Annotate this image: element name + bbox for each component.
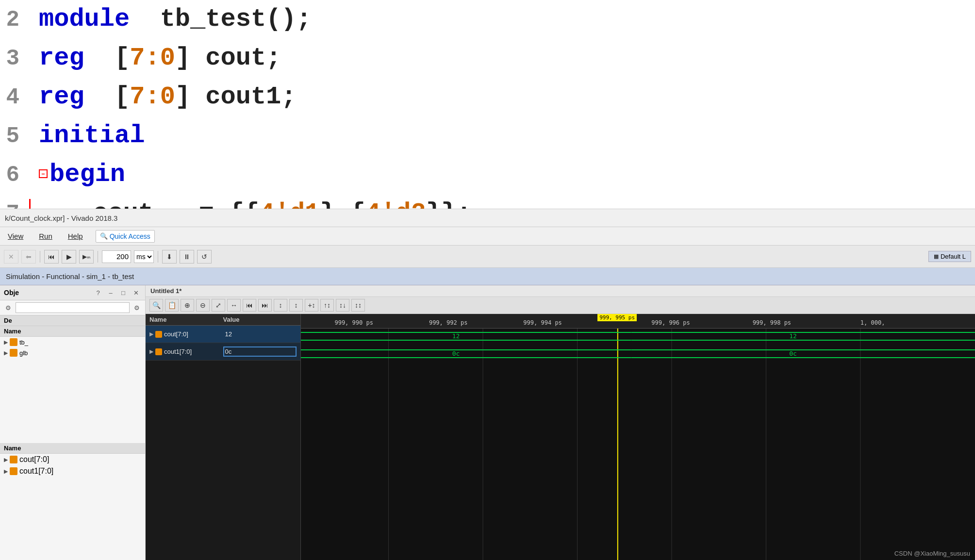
gear-icon[interactable]: ⚙ — [3, 302, 14, 313]
scope-col-headers: De — [0, 315, 145, 326]
svg-text:12: 12 — [789, 332, 797, 340]
line-content-3: reg [7:0] cout; — [29, 44, 281, 72]
toolbar-sep-1 — [40, 251, 40, 263]
toolbar-pause-btn[interactable]: ⏸ — [180, 250, 194, 264]
wave-start-btn[interactable]: ⏮ — [243, 299, 256, 312]
menu-view[interactable]: View — [5, 231, 26, 241]
signal-item-cout1[interactable]: ▶ cout1[7:0] — [0, 465, 145, 477]
scope-settings-icon[interactable]: ⚙ — [132, 302, 142, 313]
watermark-text: CSDN @XiaoMing_sususu — [894, 550, 970, 557]
toolbar-rewind-btn[interactable]: ⏮ — [44, 250, 59, 264]
wave-tab-title[interactable]: Untitled 1* — [150, 287, 182, 295]
toolbar-prev-btn: ⬅ — [21, 250, 36, 264]
code-line-2: 2 module tb_test(); — [0, 5, 975, 44]
scope-search-input[interactable] — [16, 302, 130, 313]
signal-value-cout1: 0c — [223, 346, 297, 357]
wave-link-btn[interactable]: ↕↕ — [351, 299, 365, 312]
signal-name-cout-cell: ▶ cout[7:0] — [149, 330, 223, 338]
signal-row-cout1[interactable]: ▶ cout1[7:0] 0c — [146, 343, 300, 361]
signal-expand-cout1: ▶ — [4, 468, 8, 475]
svg-text:0c: 0c — [789, 350, 797, 357]
quick-access-box[interactable]: 🔍 Quick Access — [96, 230, 155, 243]
titlebar: k/Count_clock.xpr] - Vivado 2018.3 — [0, 209, 975, 227]
toolbar-sep-2 — [98, 251, 98, 263]
col-value-header: Value — [223, 316, 297, 323]
default-layout-btn[interactable]: ▦ Default L — [928, 251, 971, 262]
time-label-3: 999, 994 ps — [523, 319, 562, 326]
line-num-4: 4 — [0, 85, 29, 110]
time-unit-select[interactable]: fs ps ns us ms s — [134, 250, 154, 263]
wave-save-btn[interactable]: 📋 — [165, 299, 179, 312]
wave-zoom-fit-btn[interactable]: 🔍 — [149, 299, 163, 312]
code-line-7: 7 cout = {{4'd1},{4'd2}}; — [0, 199, 975, 209]
code-line-4: 4 reg [7:0] cout1; — [0, 82, 975, 121]
wave-cursor2-btn[interactable]: ↕ — [289, 299, 303, 312]
line-content-7: cout = {{4'd1},{4'd2}}; — [29, 199, 471, 209]
right-panel: Untitled 1* 🔍 📋 ⊕ ⊖ ⤢ ↔ ⏮ ⏭ ↕ ↕ +↕ ↑↕ ↕↓… — [146, 285, 975, 560]
panel-icons: ? – □ ✕ — [93, 287, 141, 298]
time-label-6: 999, 998 ps — [753, 319, 791, 326]
sim-area: Obje ? – □ ✕ ⚙ ⚙ De Name ▶ tb_ — [0, 285, 975, 560]
wave-area: Name Value ▶ cout[7:0] 12 ▶ — [146, 314, 975, 560]
signal-expand-cout1: ▶ — [149, 348, 153, 355]
default-layout-label: Default L — [941, 253, 966, 260]
collapse-icon[interactable]: – — [39, 169, 48, 178]
panel-close-btn[interactable]: ✕ — [131, 287, 141, 298]
signal-row-cout[interactable]: ▶ cout[7:0] 12 — [146, 326, 300, 343]
toolbar-step-btn[interactable]: ▶ₘ — [79, 250, 94, 264]
code-editor: 2 module tb_test(); 3 reg [7:0] cout; 4 … — [0, 0, 975, 209]
wave-range-btn[interactable]: ↔ — [227, 299, 241, 312]
wave-add-cursor-btn[interactable]: +↕ — [305, 299, 318, 312]
menubar: View Run Help 🔍 Quick Access — [0, 227, 975, 246]
toolbar-stop-btn: ✕ — [4, 250, 18, 264]
time-label-2: 999, 992 ps — [429, 319, 467, 326]
signal-label-cout: cout[7:0] — [164, 330, 188, 338]
line-num-7: 7 — [0, 201, 29, 209]
line-content-2: module tb_test(); — [29, 5, 312, 33]
toolbar-refresh-btn[interactable]: ↺ — [197, 250, 212, 264]
scope-list: Name ▶ tb_ ▶ glb — [0, 326, 145, 443]
wave-fit-btn[interactable]: ⤢ — [212, 299, 225, 312]
wave-zoom-in-btn[interactable]: ⊕ — [181, 299, 194, 312]
line-content-4: reg [7:0] cout1; — [29, 82, 297, 111]
signal-expand-cout: ▶ — [4, 457, 8, 463]
panel-maximize-btn[interactable]: □ — [118, 287, 129, 298]
watermark: CSDN @XiaoMing_sususu — [894, 550, 970, 557]
wave-prev-edge-btn[interactable]: ↑↕ — [320, 299, 334, 312]
code-line-3: 3 reg [7:0] cout; — [0, 44, 975, 82]
expand-arrow-tb: ▶ — [4, 339, 8, 346]
scope-item-tb[interactable]: ▶ tb_ — [0, 337, 145, 347]
toolbar: ✕ ⬅ ⏮ ▶ ▶ₘ fs ps ns us ms s ⬇ ⏸ ↺ ▦ Defa… — [0, 246, 975, 268]
time-label-1: 999, 990 ps — [334, 319, 373, 326]
line-num-6: 6 — [0, 163, 29, 188]
wave-end-btn[interactable]: ⏭ — [258, 299, 272, 312]
scope-col-name: Name — [0, 326, 145, 337]
panel-minimize-btn[interactable]: – — [105, 287, 116, 298]
signal-icon-cout1 — [10, 467, 17, 475]
scope-item-tb-label: tb_ — [19, 339, 28, 346]
panel-title: Obje — [4, 289, 19, 296]
scope-item-glb-label: glb — [19, 349, 28, 357]
scope-item-glb[interactable]: ▶ glb — [0, 347, 145, 358]
sim-label: Simulation - Functional - sim_1 - tb_tes… — [0, 268, 975, 285]
wave-cursor-btn[interactable]: ↕ — [274, 299, 287, 312]
signal-item-cout[interactable]: ▶ cout[7:0] — [0, 454, 145, 465]
wave-zoom-out-btn[interactable]: ⊖ — [196, 299, 210, 312]
line-content-5: initial — [29, 121, 145, 150]
wave-next-edge-btn[interactable]: ↕↓ — [336, 299, 349, 312]
svg-text:0c: 0c — [452, 350, 460, 357]
titlebar-text: k/Count_clock.xpr] - Vivado 2018.3 — [5, 214, 117, 222]
toolbar-download-btn[interactable]: ⬇ — [162, 250, 177, 264]
menu-help[interactable]: Help — [65, 231, 86, 241]
toolbar-play-btn[interactable]: ▶ — [62, 250, 76, 264]
panel-help-btn[interactable]: ? — [93, 287, 103, 298]
sim-label-text: Simulation - Functional - sim_1 - tb_tes… — [6, 272, 134, 280]
left-panel: Obje ? – □ ✕ ⚙ ⚙ De Name ▶ tb_ — [0, 285, 146, 560]
time-value-input[interactable] — [102, 250, 131, 263]
left-panel-header: Obje ? – □ ✕ — [0, 285, 145, 300]
svg-text:12: 12 — [452, 332, 460, 340]
menu-run[interactable]: Run — [36, 231, 55, 241]
code-line-5: 5 initial — [0, 121, 975, 160]
time-label-7: 1, 000, — [860, 319, 885, 326]
wave-header: Untitled 1* — [146, 285, 975, 297]
